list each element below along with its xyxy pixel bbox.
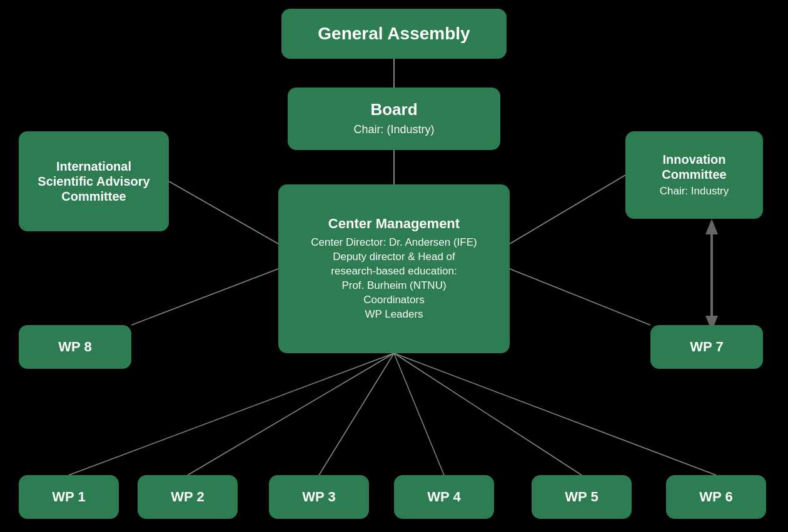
board-node: Board Chair: (Industry) — [288, 88, 500, 150]
innovation-subtitle: Chair: Industry — [660, 184, 729, 199]
wp3-node: WP 3 — [269, 475, 369, 519]
svg-line-4 — [131, 269, 278, 325]
svg-marker-13 — [705, 219, 718, 234]
svg-line-7 — [188, 353, 394, 475]
svg-line-8 — [319, 353, 394, 475]
svg-line-11 — [394, 353, 716, 475]
wp4-node: WP 4 — [394, 475, 494, 519]
wp2-node: WP 2 — [138, 475, 238, 519]
center-management-title: Center Management — [328, 216, 460, 232]
svg-line-3 — [510, 175, 625, 244]
svg-line-9 — [394, 353, 444, 475]
svg-line-5 — [510, 269, 650, 325]
svg-line-2 — [169, 181, 278, 244]
wp5-node: WP 5 — [532, 475, 632, 519]
wp8-title: WP 8 — [58, 339, 91, 355]
wp1-title: WP 1 — [52, 489, 85, 505]
wp7-node: WP 7 — [650, 325, 763, 369]
board-title: Board — [370, 100, 417, 119]
general-assembly-node: General Assembly — [281, 9, 507, 59]
wp4-title: WP 4 — [427, 489, 460, 505]
general-assembly-title: General Assembly — [318, 23, 470, 44]
wp8-node: WP 8 — [19, 325, 131, 369]
wp7-title: WP 7 — [690, 339, 723, 355]
center-management-subtitle: Center Director: Dr. Andersen (IFE) Depu… — [311, 236, 477, 322]
isac-node: International Scientific Advisory Commit… — [19, 131, 169, 231]
innovation-committee-node: Innovation Committee Chair: Industry — [625, 131, 763, 219]
innovation-title: Innovation Committee — [662, 152, 726, 182]
svg-line-10 — [394, 353, 582, 475]
wp2-title: WP 2 — [171, 489, 204, 505]
board-subtitle: Chair: (Industry) — [353, 122, 434, 137]
svg-line-6 — [69, 353, 394, 475]
isac-title: International Scientific Advisory Commit… — [29, 159, 159, 204]
org-chart: General Assembly Board Chair: (Industry)… — [0, 0, 788, 532]
wp3-title: WP 3 — [302, 489, 335, 505]
center-management-node: Center Management Center Director: Dr. A… — [278, 184, 510, 353]
wp1-node: WP 1 — [19, 475, 119, 519]
wp6-title: WP 6 — [699, 489, 732, 505]
wp5-title: WP 5 — [565, 489, 598, 505]
wp6-node: WP 6 — [666, 475, 766, 519]
